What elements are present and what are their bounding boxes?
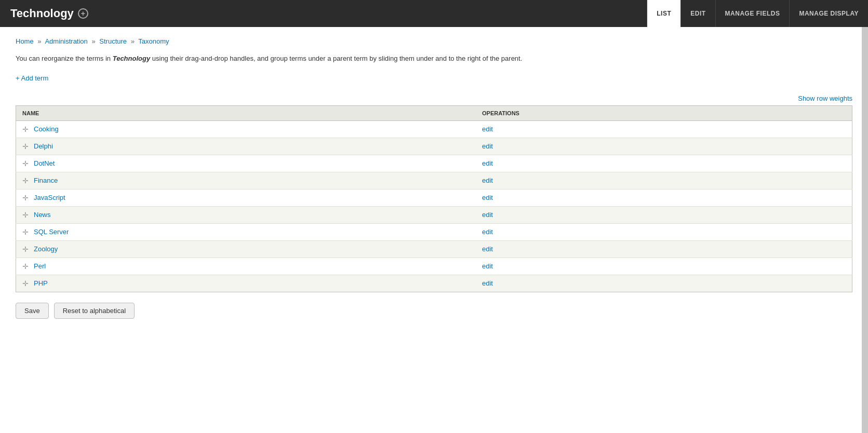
form-actions: Save Reset to alphabetical [16,303,852,319]
term-edit-link[interactable]: edit [482,177,493,184]
breadcrumb-structure[interactable]: Structure [99,37,127,45]
table-row: ✛PHPedit [16,275,852,292]
table-row: ✛Zoologyedit [16,240,852,258]
term-operations-cell: edit [476,258,852,275]
drag-handle-icon[interactable]: ✛ [22,125,29,133]
term-edit-link[interactable]: edit [482,194,493,201]
table-row: ✛SQL Serveredit [16,223,852,240]
breadcrumb-taxonomy[interactable]: Taxonomy [138,37,169,45]
term-name-link[interactable]: SQL Server [34,228,69,236]
term-name-link[interactable]: JavaScript [34,194,65,201]
reset-alphabetical-button[interactable]: Reset to alphabetical [54,303,135,319]
table-row: ✛JavaScriptedit [16,189,852,206]
term-operations-cell: edit [476,223,852,240]
terms-table: NAME OPERATIONS ✛Cookingedit✛Delphiedit✛… [16,105,852,292]
table-row: ✛Perledit [16,258,852,275]
term-name-link[interactable]: Finance [34,177,58,184]
scrollbar[interactable] [862,27,868,329]
term-operations-cell: edit [476,275,852,292]
breadcrumb-sep-2: » [91,37,95,45]
term-operations-cell: edit [476,120,852,138]
page-header: Technology + LIST EDIT MANAGE FIELDS MAN… [0,0,868,27]
drag-handle-icon[interactable]: ✛ [22,279,29,288]
tab-edit[interactable]: EDIT [680,0,715,27]
drag-handle-icon[interactable]: ✛ [22,245,29,253]
term-edit-link[interactable]: edit [482,142,493,150]
breadcrumb-administration[interactable]: Administration [45,37,87,45]
term-operations-cell: edit [476,138,852,155]
drag-handle-icon[interactable]: ✛ [22,159,29,168]
term-edit-link[interactable]: edit [482,125,493,133]
term-name-cell: ✛News [16,206,476,223]
term-edit-link[interactable]: edit [482,279,493,287]
term-operations-cell: edit [476,240,852,258]
term-edit-link[interactable]: edit [482,245,493,253]
term-name-link[interactable]: Cooking [34,125,59,133]
breadcrumb-sep-3: » [131,37,135,45]
term-operations-cell: edit [476,189,852,206]
table-row: ✛Cookingedit [16,120,852,138]
tab-list[interactable]: LIST [647,0,680,27]
drag-handle-icon[interactable]: ✛ [22,177,29,185]
breadcrumb-home[interactable]: Home [16,37,34,45]
col-header-operations: OPERATIONS [476,105,852,120]
term-name-cell: ✛Delphi [16,138,476,155]
term-edit-link[interactable]: edit [482,159,493,167]
table-row: ✛Delphiedit [16,138,852,155]
title-text: Technology [10,7,74,20]
term-name-cell: ✛DotNet [16,155,476,172]
add-term-link[interactable]: + Add term [16,74,48,82]
term-operations-cell: edit [476,172,852,189]
drag-handle-icon[interactable]: ✛ [22,228,29,236]
drag-handle-icon[interactable]: ✛ [22,194,29,202]
description-text: You can reorganize the terms in Technolo… [16,53,852,64]
term-name-link[interactable]: News [34,211,51,219]
tab-manage-display[interactable]: MANAGE DISPLAY [789,0,868,27]
save-button[interactable]: Save [16,303,49,319]
term-name-cell: ✛PHP [16,275,476,292]
term-name-link[interactable]: Perl [34,262,46,270]
add-icon[interactable]: + [78,8,88,19]
drag-handle-icon[interactable]: ✛ [22,262,29,270]
term-name-cell: ✛SQL Server [16,223,476,240]
term-name-cell: ✛Finance [16,172,476,189]
term-name-link[interactable]: Zoology [34,245,58,253]
term-edit-link[interactable]: edit [482,211,493,219]
table-header-row: NAME OPERATIONS [16,105,852,120]
table-row: ✛Financeedit [16,172,852,189]
term-name-cell: ✛Cooking [16,120,476,138]
term-operations-cell: edit [476,206,852,223]
term-operations-cell: edit [476,155,852,172]
tab-manage-fields[interactable]: MANAGE FIELDS [715,0,790,27]
drag-handle-icon[interactable]: ✛ [22,211,29,219]
term-edit-link[interactable]: edit [482,262,493,270]
header-tabs: LIST EDIT MANAGE FIELDS MANAGE DISPLAY [647,0,868,27]
term-name-link[interactable]: DotNet [34,159,55,167]
show-row-weights-container: Show row weights [16,94,852,102]
term-name-link[interactable]: PHP [34,279,48,287]
term-name-link[interactable]: Delphi [34,142,53,150]
description-suffix: using their drag-and-drop handles, and g… [150,55,522,62]
breadcrumb: Home » Administration » Structure » Taxo… [16,37,852,45]
description-taxonomy: Technology [113,55,150,62]
show-row-weights-link[interactable]: Show row weights [798,94,852,102]
col-header-name: NAME [16,105,476,120]
drag-handle-icon[interactable]: ✛ [22,142,29,151]
table-row: ✛Newsedit [16,206,852,223]
breadcrumb-sep-1: » [37,37,41,45]
term-name-cell: ✛Perl [16,258,476,275]
main-content: Home » Administration » Structure » Taxo… [0,27,868,329]
table-row: ✛DotNetedit [16,155,852,172]
term-name-cell: ✛Zoology [16,240,476,258]
page-title: Technology + [10,7,88,20]
term-name-cell: ✛JavaScript [16,189,476,206]
term-edit-link[interactable]: edit [482,228,493,236]
description-prefix: You can reorganize the terms in [16,55,113,62]
